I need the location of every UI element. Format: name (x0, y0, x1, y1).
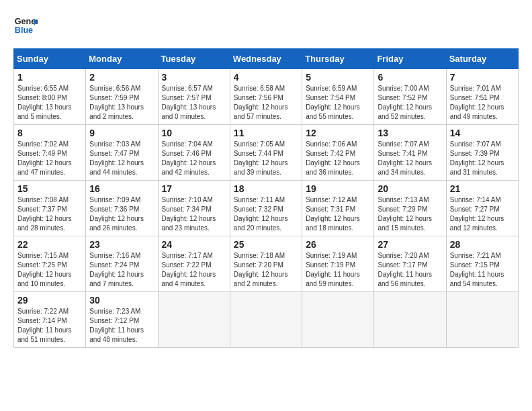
day-info: Sunrise: 7:06 AM Sunset: 7:42 PM Dayligh… (306, 140, 370, 177)
day-info: Sunrise: 7:13 AM Sunset: 7:29 PM Dayligh… (378, 195, 442, 233)
logo-icon: General Blue (13, 13, 38, 38)
day-number: 13 (378, 128, 442, 138)
day-number: 10 (162, 128, 226, 138)
calendar-cell (158, 292, 230, 348)
day-number: 14 (450, 128, 515, 138)
calendar-cell: 6 Sunrise: 7:00 AM Sunset: 7:52 PM Dayli… (374, 69, 446, 125)
calendar-cell: 21 Sunrise: 7:14 AM Sunset: 7:27 PM Dayl… (446, 181, 518, 236)
calendar-cell: 26 Sunrise: 7:19 AM Sunset: 7:19 PM Dayl… (302, 236, 374, 292)
calendar-cell (446, 292, 518, 348)
day-info: Sunrise: 7:12 AM Sunset: 7:31 PM Dayligh… (306, 195, 370, 233)
day-number: 17 (162, 183, 226, 194)
day-number: 3 (162, 72, 226, 83)
calendar-cell: 3 Sunrise: 6:57 AM Sunset: 7:57 PM Dayli… (158, 69, 230, 125)
day-info: Sunrise: 7:10 AM Sunset: 7:34 PM Dayligh… (162, 195, 226, 233)
day-info: Sunrise: 7:07 AM Sunset: 7:41 PM Dayligh… (378, 140, 442, 177)
calendar-cell: 28 Sunrise: 7:21 AM Sunset: 7:15 PM Dayl… (446, 236, 518, 292)
calendar-cell: 18 Sunrise: 7:11 AM Sunset: 7:32 PM Dayl… (230, 181, 302, 236)
calendar-cell: 12 Sunrise: 7:06 AM Sunset: 7:42 PM Dayl… (302, 125, 374, 181)
day-info: Sunrise: 7:23 AM Sunset: 7:12 PM Dayligh… (89, 307, 154, 345)
day-info: Sunrise: 7:07 AM Sunset: 7:39 PM Dayligh… (450, 140, 515, 177)
day-number: 24 (162, 239, 226, 250)
calendar-cell: 24 Sunrise: 7:17 AM Sunset: 7:22 PM Dayl… (158, 236, 230, 292)
calendar-cell (230, 292, 302, 348)
day-info: Sunrise: 7:00 AM Sunset: 7:52 PM Dayligh… (378, 84, 442, 122)
calendar-cell: 11 Sunrise: 7:05 AM Sunset: 7:44 PM Dayl… (230, 125, 302, 181)
calendar-cell (374, 292, 446, 348)
day-number: 12 (306, 128, 370, 138)
day-info: Sunrise: 7:09 AM Sunset: 7:36 PM Dayligh… (89, 195, 154, 233)
day-info: Sunrise: 7:15 AM Sunset: 7:25 PM Dayligh… (17, 251, 82, 289)
day-number: 19 (306, 183, 370, 194)
day-info: Sunrise: 6:58 AM Sunset: 7:56 PM Dayligh… (234, 84, 298, 122)
day-number: 15 (17, 183, 82, 194)
day-info: Sunrise: 7:04 AM Sunset: 7:46 PM Dayligh… (162, 140, 226, 177)
day-number: 28 (450, 239, 515, 250)
day-info: Sunrise: 7:02 AM Sunset: 7:49 PM Dayligh… (17, 140, 82, 177)
day-number: 6 (378, 72, 442, 83)
calendar-cell: 25 Sunrise: 7:18 AM Sunset: 7:20 PM Dayl… (230, 236, 302, 292)
day-info: Sunrise: 7:16 AM Sunset: 7:24 PM Dayligh… (89, 251, 154, 289)
calendar-cell: 23 Sunrise: 7:16 AM Sunset: 7:24 PM Dayl… (86, 236, 158, 292)
header: General Blue (13, 13, 519, 38)
day-number: 20 (378, 183, 442, 194)
day-number: 27 (378, 239, 442, 250)
calendar-cell: 14 Sunrise: 7:07 AM Sunset: 7:39 PM Dayl… (446, 125, 518, 181)
calendar-cell: 15 Sunrise: 7:08 AM Sunset: 7:37 PM Dayl… (14, 181, 86, 236)
calendar-cell: 2 Sunrise: 6:56 AM Sunset: 7:59 PM Dayli… (86, 69, 158, 125)
calendar-cell: 30 Sunrise: 7:23 AM Sunset: 7:12 PM Dayl… (86, 292, 158, 348)
day-number: 8 (17, 128, 82, 138)
day-header: Thursday (302, 49, 374, 69)
calendar-cell: 1 Sunrise: 6:55 AM Sunset: 8:00 PM Dayli… (14, 69, 86, 125)
day-number: 5 (306, 72, 370, 83)
calendar-table: SundayMondayTuesdayWednesdayThursdayFrid… (13, 48, 519, 348)
calendar-cell: 7 Sunrise: 7:01 AM Sunset: 7:51 PM Dayli… (446, 69, 518, 125)
day-header: Monday (86, 49, 158, 69)
day-number: 29 (17, 295, 82, 306)
day-number: 18 (234, 183, 298, 194)
calendar-cell: 13 Sunrise: 7:07 AM Sunset: 7:41 PM Dayl… (374, 125, 446, 181)
calendar-cell: 19 Sunrise: 7:12 AM Sunset: 7:31 PM Dayl… (302, 181, 374, 236)
day-number: 25 (234, 239, 298, 250)
calendar-cell: 22 Sunrise: 7:15 AM Sunset: 7:25 PM Dayl… (14, 236, 86, 292)
calendar-cell: 5 Sunrise: 6:59 AM Sunset: 7:54 PM Dayli… (302, 69, 374, 125)
day-info: Sunrise: 7:21 AM Sunset: 7:15 PM Dayligh… (450, 251, 515, 289)
day-info: Sunrise: 7:22 AM Sunset: 7:14 PM Dayligh… (17, 307, 82, 345)
day-number: 22 (17, 239, 82, 250)
day-number: 1 (17, 72, 82, 83)
day-number: 30 (89, 295, 154, 306)
calendar-cell: 4 Sunrise: 6:58 AM Sunset: 7:56 PM Dayli… (230, 69, 302, 125)
day-info: Sunrise: 7:11 AM Sunset: 7:32 PM Dayligh… (234, 195, 298, 233)
calendar-cell (302, 292, 374, 348)
day-header: Sunday (14, 49, 86, 69)
day-info: Sunrise: 6:56 AM Sunset: 7:59 PM Dayligh… (89, 84, 154, 122)
calendar-cell: 9 Sunrise: 7:03 AM Sunset: 7:47 PM Dayli… (86, 125, 158, 181)
day-number: 23 (89, 239, 154, 250)
day-info: Sunrise: 7:14 AM Sunset: 7:27 PM Dayligh… (450, 195, 515, 233)
calendar-cell: 10 Sunrise: 7:04 AM Sunset: 7:46 PM Dayl… (158, 125, 230, 181)
day-header: Wednesday (230, 49, 302, 69)
calendar-cell: 27 Sunrise: 7:20 AM Sunset: 7:17 PM Dayl… (374, 236, 446, 292)
day-header: Tuesday (158, 49, 230, 69)
day-info: Sunrise: 6:59 AM Sunset: 7:54 PM Dayligh… (306, 84, 370, 122)
day-header: Friday (374, 49, 446, 69)
day-info: Sunrise: 6:57 AM Sunset: 7:57 PM Dayligh… (162, 84, 226, 122)
calendar-cell: 8 Sunrise: 7:02 AM Sunset: 7:49 PM Dayli… (14, 125, 86, 181)
day-header: Saturday (446, 49, 518, 69)
day-info: Sunrise: 7:20 AM Sunset: 7:17 PM Dayligh… (378, 251, 442, 289)
svg-text:Blue: Blue (15, 26, 33, 35)
day-number: 4 (234, 72, 298, 83)
day-number: 2 (89, 72, 154, 83)
day-number: 16 (89, 183, 154, 194)
day-number: 26 (306, 239, 370, 250)
day-number: 7 (450, 72, 515, 83)
day-info: Sunrise: 7:18 AM Sunset: 7:20 PM Dayligh… (234, 251, 298, 289)
calendar-cell: 29 Sunrise: 7:22 AM Sunset: 7:14 PM Dayl… (14, 292, 86, 348)
day-info: Sunrise: 6:55 AM Sunset: 8:00 PM Dayligh… (17, 84, 82, 122)
day-info: Sunrise: 7:01 AM Sunset: 7:51 PM Dayligh… (450, 84, 515, 122)
day-number: 21 (450, 183, 515, 194)
day-info: Sunrise: 7:19 AM Sunset: 7:19 PM Dayligh… (306, 251, 370, 289)
day-number: 11 (234, 128, 298, 138)
day-info: Sunrise: 7:08 AM Sunset: 7:37 PM Dayligh… (17, 195, 82, 233)
calendar-cell: 20 Sunrise: 7:13 AM Sunset: 7:29 PM Dayl… (374, 181, 446, 236)
